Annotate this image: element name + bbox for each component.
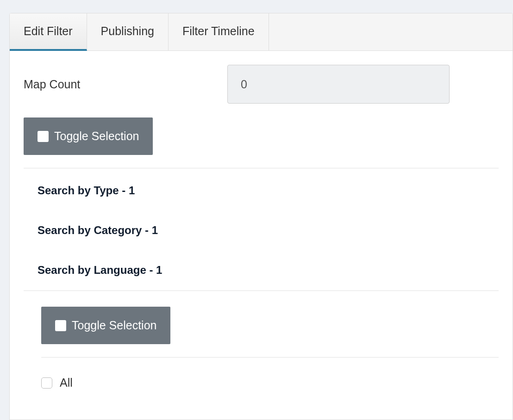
divider bbox=[41, 357, 499, 358]
search-by-language[interactable]: Search by Language - 1 bbox=[38, 264, 499, 277]
search-by-type[interactable]: Search by Type - 1 bbox=[38, 184, 499, 197]
all-checkbox-row[interactable]: All bbox=[41, 376, 499, 389]
divider bbox=[24, 168, 499, 168]
tab-filter-timeline[interactable]: Filter Timeline bbox=[169, 13, 269, 50]
toggle-selection-checkbox-icon bbox=[55, 320, 66, 331]
search-filters-group: Search by Type - 1 Search by Category - … bbox=[24, 184, 499, 277]
inner-toggle-selection-label: Toggle Selection bbox=[72, 319, 156, 332]
tab-edit-filter[interactable]: Edit Filter bbox=[10, 13, 87, 51]
map-count-value: 0 bbox=[227, 65, 450, 104]
all-checkbox-label: All bbox=[60, 376, 73, 389]
tab-bar: Edit Filter Publishing Filter Timeline bbox=[10, 13, 513, 51]
toggle-selection-checkbox-icon bbox=[38, 131, 49, 142]
filter-panel: Edit Filter Publishing Filter Timeline M… bbox=[9, 13, 513, 420]
search-by-category[interactable]: Search by Category - 1 bbox=[38, 224, 499, 237]
language-inner-section: Toggle Selection All bbox=[24, 307, 499, 389]
toggle-selection-button[interactable]: Toggle Selection bbox=[24, 117, 153, 155]
divider bbox=[24, 290, 499, 291]
tab-publishing[interactable]: Publishing bbox=[87, 13, 169, 50]
toggle-selection-label: Toggle Selection bbox=[54, 130, 139, 143]
inner-toggle-selection-button[interactable]: Toggle Selection bbox=[41, 307, 170, 344]
map-count-label: Map Count bbox=[24, 78, 227, 91]
map-count-row: Map Count 0 bbox=[24, 65, 499, 104]
all-checkbox[interactable] bbox=[41, 377, 52, 389]
